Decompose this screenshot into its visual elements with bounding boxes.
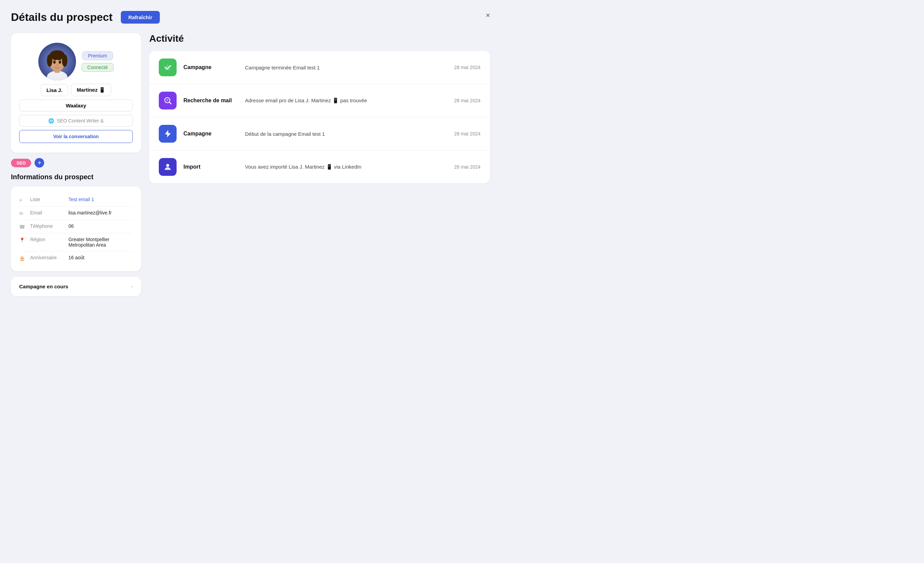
info-card: ≡ Liste Test email 1 ✉ Email lisa.martin… xyxy=(11,186,141,271)
activity-date-1: 28 mai 2024 xyxy=(440,98,480,103)
info-value-region: Greater Montpellier Metropolitan Area xyxy=(69,237,133,248)
premium-badge: Premium xyxy=(82,51,113,60)
svg-point-5 xyxy=(47,54,52,67)
activity-content-1: Recherche de mail Adresse email pro de L… xyxy=(183,97,480,103)
activity-desc-2: Début de la campagne Email test 1 xyxy=(245,131,433,137)
svg-point-7 xyxy=(53,61,56,64)
info-row-anniversary: 🎂 Anniversaire 16 août xyxy=(19,252,133,264)
page-header: Détails du prospect Rafraîchir xyxy=(11,11,490,24)
location-icon: 📍 xyxy=(19,237,26,243)
info-row-telephone: ☎ Téléphone 06 xyxy=(19,220,133,233)
info-value-liste[interactable]: Test email 1 xyxy=(69,197,94,202)
last-name-button[interactable]: Martinez 📱 xyxy=(71,84,111,96)
info-label-telephone: Téléphone xyxy=(30,223,64,229)
profile-card: Premium Connecté Lisa J. Martinez 📱 Waal… xyxy=(11,33,141,153)
globe-icon: 🌐 xyxy=(48,118,54,123)
info-label-liste: Liste xyxy=(30,197,64,202)
info-row-email: ✉ Email lisa.martinez@live.fr xyxy=(19,207,133,220)
info-section-title: Informations du prospect xyxy=(11,173,141,181)
activity-icon-0 xyxy=(159,58,177,76)
view-conversation-button[interactable]: Voir la conversation xyxy=(19,130,133,143)
activity-desc-0: Campagne terminée Email test 1 xyxy=(245,64,433,70)
activity-content-3: Import Vous avez importé Lisa J. Martine… xyxy=(183,164,480,170)
activity-icon-2 xyxy=(159,125,177,143)
tags-row: SEO + xyxy=(11,158,141,168)
activity-icon-1 xyxy=(159,92,177,109)
activity-desc-3: Vous avez importé Lisa J. Martinez 📱 via… xyxy=(245,164,433,170)
job-title-text: SEO Content Writer & xyxy=(57,118,104,123)
right-panel: Activité Campagne Campagne terminée Emai… xyxy=(149,33,490,183)
activity-item-1: Recherche de mail Adresse email pro de L… xyxy=(149,84,490,117)
info-label-email: Email xyxy=(30,210,64,216)
activity-content-0: Campagne Campagne terminée Email test 1 … xyxy=(183,64,480,70)
avatar xyxy=(38,43,76,80)
list-icon: ≡ xyxy=(19,198,26,203)
left-panel: Premium Connecté Lisa J. Martinez 📱 Waal… xyxy=(11,33,141,296)
campaign-value: - xyxy=(131,283,133,289)
company-button[interactable]: Waalaxy xyxy=(19,100,133,111)
svg-point-8 xyxy=(59,61,61,64)
svg-point-10 xyxy=(166,99,169,102)
info-value-anniversary: 16 août xyxy=(69,255,84,260)
activity-desc-1: Adresse email pro de Lisa J. Martinez 📱 … xyxy=(245,97,433,103)
phone-icon: ☎ xyxy=(19,224,26,229)
activity-date-2: 28 mai 2024 xyxy=(440,131,480,136)
activity-type-2: Campagne xyxy=(183,131,238,137)
activity-content-2: Campagne Début de la campagne Email test… xyxy=(183,131,480,137)
activity-type-3: Import xyxy=(183,164,238,170)
page-title: Détails du prospect xyxy=(11,11,112,24)
activity-title: Activité xyxy=(149,33,490,44)
campaign-card: Campagne en cours - xyxy=(11,277,141,296)
info-value-telephone: 06 xyxy=(69,223,74,229)
job-title-button[interactable]: 🌐 SEO Content Writer & xyxy=(19,115,133,127)
activity-date-3: 28 mai 2024 xyxy=(440,164,480,170)
seo-tag: SEO xyxy=(11,159,31,167)
info-row-liste: ≡ Liste Test email 1 xyxy=(19,193,133,207)
activity-icon-3 xyxy=(159,158,177,176)
first-name-button[interactable]: Lisa J. xyxy=(41,84,69,96)
svg-point-11 xyxy=(166,164,170,167)
activity-list: Campagne Campagne terminée Email test 1 … xyxy=(149,51,490,183)
svg-point-6 xyxy=(62,54,68,67)
page-container: × Détails du prospect Rafraîchir xyxy=(11,11,490,296)
close-button[interactable]: × xyxy=(486,11,490,20)
info-label-anniversary: Anniversaire xyxy=(30,255,64,260)
info-row-region: 📍 Région Greater Montpellier Metropolita… xyxy=(19,233,133,252)
activity-item-3: Import Vous avez importé Lisa J. Martine… xyxy=(149,151,490,183)
refresh-button[interactable]: Rafraîchir xyxy=(121,11,160,24)
campaign-label: Campagne en cours xyxy=(19,283,68,289)
badges-column: Premium Connecté xyxy=(81,51,114,72)
activity-type-1: Recherche de mail xyxy=(183,97,238,103)
email-icon: ✉ xyxy=(19,211,26,216)
connected-badge: Connecté xyxy=(81,63,114,72)
info-value-email: lisa.martinez@live.fr xyxy=(69,210,112,216)
info-label-region: Région xyxy=(30,237,64,242)
activity-item-0: Campagne Campagne terminée Email test 1 … xyxy=(149,51,490,84)
birthday-icon: 🎂 xyxy=(19,256,26,261)
activity-type-0: Campagne xyxy=(183,64,238,70)
name-row: Lisa J. Martinez 📱 xyxy=(41,84,112,96)
profile-top: Premium Connecté Lisa J. Martinez 📱 Waal… xyxy=(19,43,133,143)
activity-date-0: 28 mai 2024 xyxy=(440,64,480,70)
activity-item-2: Campagne Début de la campagne Email test… xyxy=(149,117,490,151)
main-layout: Premium Connecté Lisa J. Martinez 📱 Waal… xyxy=(11,33,490,296)
add-tag-button[interactable]: + xyxy=(34,158,44,168)
